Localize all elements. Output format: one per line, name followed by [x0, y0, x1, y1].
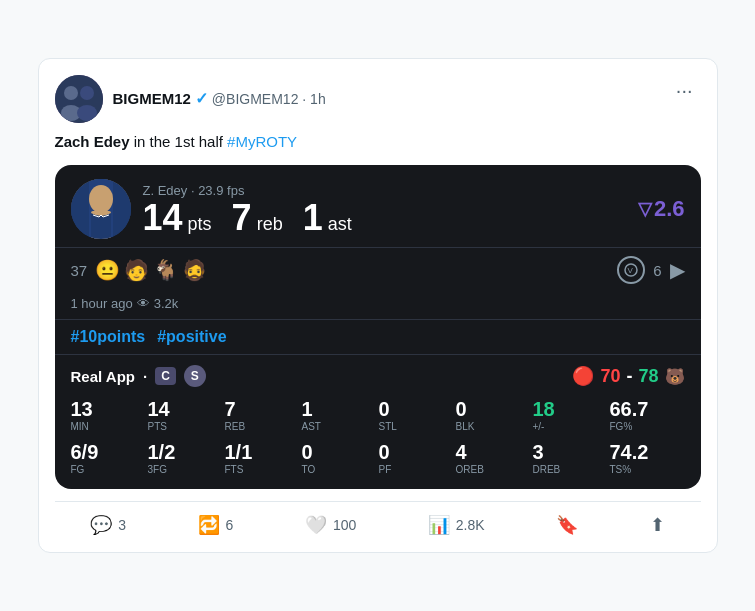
user-display-name[interactable]: BIGMEM12: [113, 90, 191, 107]
game-meta-row: Real App · C S 🔴 70 - 78 🐻: [71, 365, 685, 387]
retweet-icon: 🔁: [198, 514, 220, 536]
stat-to-val: 0: [302, 440, 313, 464]
tweet-text: Zach Edey in the 1st half #MyROTY: [55, 131, 701, 154]
raptors-logo: 🔴: [572, 365, 594, 387]
player-info-row: Z. Edey · 23.9 fps 14 pts 7 reb 1 ast: [71, 179, 352, 239]
svg-point-3: [80, 86, 94, 100]
comment-icon: 💬: [90, 514, 112, 536]
stat-blk-lbl: BLK: [456, 421, 475, 432]
stat-pts-lbl: PTS: [148, 421, 167, 432]
stat-dreb: 3 DREB: [533, 440, 608, 475]
upload-icon: ⬆: [650, 514, 665, 536]
stat-ast-lbl: AST: [302, 421, 321, 432]
views-action[interactable]: 📊 2.8K: [428, 514, 485, 536]
stats-card-header: Z. Edey · 23.9 fps 14 pts 7 reb 1 ast ▽ …: [55, 165, 701, 247]
comment-count: 3: [118, 517, 126, 533]
stat-min: 13 MIN: [71, 397, 146, 432]
player-avatar: [71, 179, 131, 239]
user-info: BIGMEM12 ✓ @BIGMEM12 · 1h: [113, 89, 326, 108]
change-badge: ▽ 2.6: [638, 196, 685, 222]
stat-stl: 0 STL: [379, 397, 454, 432]
stat-pf-val: 0: [379, 440, 390, 464]
meta-row: 1 hour ago 👁 3.2k: [55, 292, 701, 319]
share-count: 6: [653, 262, 661, 279]
stat-3fg: 1/2 3FG: [148, 440, 223, 475]
stat-blk-val: 0: [456, 397, 467, 421]
retweet-count: 6: [226, 517, 234, 533]
team2-score: 78: [638, 366, 658, 387]
game-meta-left: Real App · C S: [71, 365, 206, 387]
stat-pts: 14 PTS: [148, 397, 223, 432]
stat-stl-val: 0: [379, 397, 390, 421]
stats-row-2: 6/9 FG 1/2 3FG 1/1 FTS 0 TO 0 PF: [71, 440, 685, 475]
emoji-person2: 🧔: [182, 258, 207, 282]
emoji-left: 37 😐 🧑 🐐 🧔: [71, 258, 208, 282]
like-count: 100: [333, 517, 356, 533]
stat-oreb: 4 OREB: [456, 440, 531, 475]
stat-pf: 0 PF: [379, 440, 454, 475]
stat-3fg-val: 1/2: [148, 440, 176, 464]
svg-point-4: [77, 105, 97, 121]
stat-fts-lbl: FTS: [225, 464, 244, 475]
retweet-action[interactable]: 🔁 6: [198, 514, 234, 536]
hashtag-positive[interactable]: #positive: [157, 328, 226, 346]
player-name-small: Z. Edey · 23.9 fps: [143, 183, 352, 198]
stat-to-lbl: TO: [302, 464, 316, 475]
avatar: [55, 75, 103, 123]
time-ago: 1 hour ago: [71, 296, 133, 311]
stat-fts-val: 1/1: [225, 440, 253, 464]
stat-dreb-lbl: DREB: [533, 464, 561, 475]
stat-reb: 7 REB: [225, 397, 300, 432]
stat-fg-val: 6/9: [71, 440, 99, 464]
emoji-right: V 6 ▶: [617, 256, 684, 284]
view-icon: 👁: [137, 296, 150, 311]
stat-3fg-lbl: 3FG: [148, 464, 167, 475]
app-name: Real App: [71, 368, 135, 385]
stat-ast: 1 AST: [302, 397, 377, 432]
separator: ·: [143, 368, 147, 385]
stat-min-lbl: MIN: [71, 421, 89, 432]
stat-blk: 0 BLK: [456, 397, 531, 432]
chart-icon: 📊: [428, 514, 450, 536]
tweet-card: BIGMEM12 ✓ @BIGMEM12 · 1h ··· Zach Edey …: [38, 58, 718, 554]
like-action[interactable]: 🤍 100: [305, 514, 356, 536]
hashtag-10points[interactable]: #10points: [71, 328, 146, 346]
score-row: 🔴 70 - 78 🐻: [572, 365, 684, 387]
svg-point-8: [89, 185, 113, 213]
player-main-stats: 14 pts 7 reb 1 ast: [143, 200, 352, 236]
heart-icon: 🤍: [305, 514, 327, 536]
send-icon[interactable]: ▶: [670, 258, 685, 282]
position-badge: C: [155, 367, 176, 385]
tweet-text-bold: Zach Edey: [55, 133, 130, 150]
stat-stl-lbl: STL: [379, 421, 397, 432]
bookmark-action[interactable]: 🔖: [556, 514, 578, 536]
stat-oreb-lbl: OREB: [456, 464, 484, 475]
stat-fg: 6/9 FG: [71, 440, 146, 475]
stat-oreb-val: 4: [456, 440, 467, 464]
stat-plusminus-val: 18: [533, 397, 555, 421]
user-name-row: BIGMEM12 ✓ @BIGMEM12 · 1h: [113, 89, 326, 108]
user-handle: @BIGMEM12 · 1h: [212, 91, 326, 107]
tweet-header-left: BIGMEM12 ✓ @BIGMEM12 · 1h: [55, 75, 326, 123]
stat-to: 0 TO: [302, 440, 377, 475]
emoji-person: 🧑: [124, 258, 149, 282]
tweet-header: BIGMEM12 ✓ @BIGMEM12 · 1h ···: [55, 75, 701, 123]
tweet-hashtag[interactable]: #MyROTY: [227, 133, 297, 150]
stat-plusminus: 18 +/-: [533, 397, 608, 432]
verified-badge: ✓: [195, 89, 208, 108]
more-options-button[interactable]: ···: [668, 75, 701, 106]
team1-score: 70: [600, 366, 620, 387]
views-count: 2.8K: [456, 517, 485, 533]
stat-dreb-val: 3: [533, 440, 544, 464]
share-action[interactable]: ⬆: [650, 514, 665, 536]
emoji-row: 37 😐 🧑 🐐 🧔 V 6 ▶: [55, 247, 701, 292]
grizzlies-logo: 🐻: [665, 367, 685, 386]
stats-row-1: 13 MIN 14 PTS 7 REB 1 AST 0 STL: [71, 397, 685, 432]
stat-tspct-lbl: TS%: [610, 464, 632, 475]
player-name-col: Z. Edey · 23.9 fps 14 pts 7 reb 1 ast: [143, 183, 352, 236]
tweet-footer: 💬 3 🔁 6 🤍 100 📊 2.8K 🔖 ⬆: [55, 501, 701, 536]
svg-text:V: V: [628, 266, 634, 275]
comment-action[interactable]: 💬 3: [90, 514, 126, 536]
stat-fgpct-lbl: FG%: [610, 421, 633, 432]
emoji-icons: 😐 🧑 🐐 🧔: [95, 258, 207, 282]
